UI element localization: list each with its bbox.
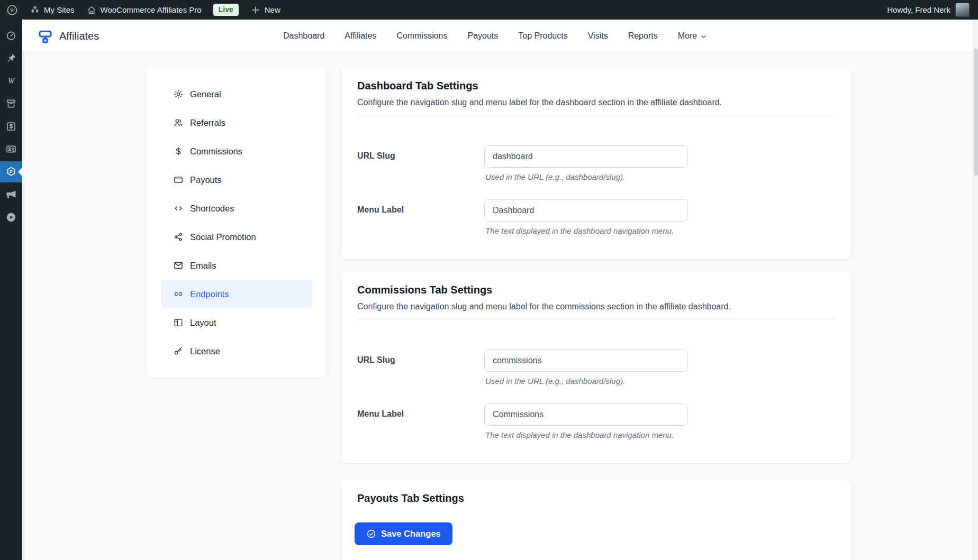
settings-nav-referrals[interactable]: Referrals [161,108,312,137]
settings-nav-label: Referrals [190,118,225,128]
rail-item-play-circle[interactable] [0,207,22,228]
my-sites-icon [30,5,40,15]
nav-item-payouts[interactable]: Payouts [467,31,498,41]
layout-icon [173,317,184,328]
users-icon [173,117,184,128]
live-status-badge[interactable]: Live [213,4,239,16]
settings-nav-label: Endpoints [190,289,229,299]
nav-item-dashboard[interactable]: Dashboard [283,31,324,41]
app-header: Affiliates DashboardAffiliatesCommission… [22,20,978,52]
share-icon [173,232,184,242]
brand-name: Affiliates [59,30,99,42]
nav-item-label: Reports [628,31,658,41]
nav-item-label: Commissions [396,31,447,41]
url-slug-input[interactable] [484,145,688,168]
rail-item-affiliates-plugin[interactable]: P [0,161,22,182]
nav-item-top-products[interactable]: Top Products [518,31,567,41]
rail-item-dashboard-gauge[interactable] [0,25,22,46]
nav-item-more[interactable]: More [678,31,708,41]
nav-item-label: Top Products [518,31,567,41]
nav-item-commissions[interactable]: Commissions [396,31,447,41]
pushpin-icon [5,52,17,64]
home-icon [86,5,97,15]
affiliates-plugin-icon: P [5,166,17,178]
settings-nav-layout[interactable]: Layout [161,308,312,337]
site-name-label: WooCommerce Affiliates Pro [101,5,202,14]
play-circle-icon [5,212,17,223]
dashboard-gauge-icon [5,30,17,41]
rail-item-dollar-square[interactable] [0,116,22,137]
gear-icon [173,89,184,99]
wordpress-logo-menu[interactable]: W [6,4,18,16]
field-label: URL Slug [357,350,484,385]
menu-label-input[interactable] [484,199,688,222]
url-slug-input[interactable] [484,350,688,372]
form-row: URL SlugUsed in the URL (e.g., dashboard… [357,145,835,181]
section-form: URL SlugUsed in the URL (e.g., dashboard… [357,145,835,235]
archive-box-icon [5,98,17,109]
user-avatar[interactable] [955,3,970,17]
scrollbar-track[interactable] [973,20,978,560]
settings-nav: GeneralReferralsCommissionsPayoutsShortc… [147,67,326,378]
settings-nav-commissions[interactable]: Commissions [161,137,312,166]
nav-item-visits[interactable]: Visits [588,31,608,41]
howdy-label: Howdy, Fred Nerk [887,5,950,14]
new-content-menu[interactable]: New [250,5,280,15]
app-brand[interactable]: Affiliates [37,20,99,52]
form-row: URL SlugUsed in the URL (e.g., dashboard… [357,350,835,385]
settings-nav-label: General [190,89,221,99]
nav-item-affiliates[interactable]: Affiliates [345,31,376,41]
key-icon [173,346,184,356]
field-help-text: The text displayed in the dashboard navi… [485,226,688,235]
chevron-down-icon [700,33,708,41]
menu-label-input[interactable] [484,403,688,426]
settings-nav-endpoints[interactable]: Endpoints [161,280,312,308]
save-changes-button[interactable]: Save Changes [355,522,452,545]
account-menu[interactable]: Howdy, Fred Nerk [887,3,978,17]
nav-item-reports[interactable]: Reports [628,31,658,41]
section-description: Configure the navigation slug and menu l… [357,97,835,108]
settings-nav-label: Layout [190,318,216,328]
form-row: Menu LabelThe text displayed in the dash… [357,403,835,439]
site-menu[interactable]: WooCommerce Affiliates Pro [86,5,202,15]
my-sites-menu[interactable]: My Sites [30,5,75,15]
field-label: URL Slug [357,145,484,181]
nav-item-label: Visits [588,31,608,41]
wordpress-w-icon: W [5,75,17,87]
rail-item-id-card[interactable] [0,139,22,160]
settings-nav-shortcodes[interactable]: Shortcodes [161,194,312,223]
settings-nav-payouts[interactable]: Payouts [161,166,312,194]
new-label: New [265,5,280,14]
wordpress-logo-icon: W [6,4,18,16]
rail-item-megaphone[interactable] [0,184,22,205]
section-description: Configure the navigation slug and menu l… [357,301,835,313]
form-row: Menu LabelThe text displayed in the dash… [357,199,835,235]
main-column: Dashboard Tab SettingsConfigure the navi… [341,67,851,560]
rail-item-wordpress-w[interactable]: W [0,70,22,91]
check-circle-icon [366,529,376,539]
dollar-icon [173,146,184,157]
wp-admin-rail: WP [0,20,22,560]
settings-nav-general[interactable]: General [161,80,312,108]
field-help-text: Used in the URL (e.g., dashboard/slug). [485,172,688,181]
settings-nav-social-promotion[interactable]: Social Promotion [161,223,312,251]
rail-item-archive-box[interactable] [0,93,22,114]
id-card-icon [5,143,17,155]
megaphone-icon [5,189,17,200]
nav-item-label: Payouts [467,31,498,41]
nav-item-label: More [678,31,697,41]
field-help-text: Used in the URL (e.g., dashboard/slug). [485,377,688,385]
svg-text:W: W [8,77,15,85]
my-sites-label: My Sites [44,5,75,14]
settings-nav-label: Social Promotion [190,232,256,242]
rail-item-pushpin[interactable] [0,48,22,69]
save-changes-label: Save Changes [381,529,441,539]
plus-icon [250,5,261,15]
settings-nav-license[interactable]: License [161,337,312,365]
divider [357,115,835,115]
dollar-square-icon [5,121,17,132]
settings-section-dashboard: Dashboard Tab SettingsConfigure the navi… [341,67,851,259]
settings-nav-emails[interactable]: Emails [161,251,312,280]
scrollbar-thumb[interactable] [974,49,978,176]
settings-nav-label: Emails [190,261,216,271]
